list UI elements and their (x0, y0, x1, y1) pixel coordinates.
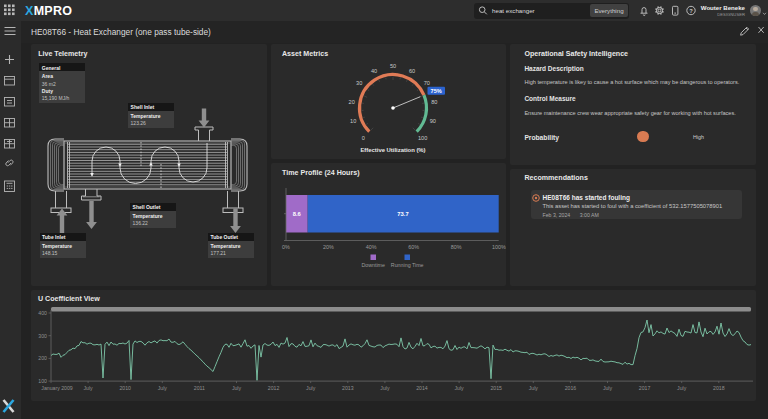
svg-text:July: July (83, 385, 93, 391)
svg-text:300: 300 (38, 333, 47, 339)
svg-text:70: 70 (424, 80, 430, 86)
svg-text:July: July (603, 385, 613, 391)
svg-text:80: 80 (431, 99, 437, 105)
svg-text:July: July (529, 385, 539, 391)
svg-text:2015: 2015 (490, 385, 502, 391)
svg-text:10: 10 (350, 118, 356, 124)
svg-text:20%: 20% (323, 244, 334, 250)
svg-text:July: July (158, 385, 168, 391)
svg-text:60: 60 (409, 68, 415, 74)
svg-text:50: 50 (390, 63, 396, 69)
svg-text:Effective Utilization (%): Effective Utilization (%) (360, 147, 425, 153)
svg-text:2016: 2016 (565, 385, 577, 391)
svg-text:400: 400 (38, 310, 47, 316)
svg-text:8.6: 8.6 (293, 211, 302, 217)
svg-text:20: 20 (349, 99, 355, 105)
svg-text:30: 30 (356, 80, 362, 86)
svg-text:July: July (454, 385, 464, 391)
svg-text:100%: 100% (492, 244, 506, 250)
svg-text:60%: 60% (408, 244, 419, 250)
svg-text:90: 90 (430, 118, 436, 124)
svg-text:0: 0 (362, 135, 365, 141)
svg-text:July: July (677, 385, 687, 391)
svg-text:73.7: 73.7 (397, 211, 408, 217)
svg-text:100: 100 (418, 135, 427, 141)
svg-text:2010: 2010 (119, 385, 131, 391)
svg-text:2014: 2014 (416, 385, 428, 391)
svg-text:Running Time: Running Time (391, 262, 424, 268)
svg-text:July: July (306, 385, 316, 391)
svg-text:Downtime: Downtime (361, 262, 385, 268)
svg-text:40: 40 (371, 68, 377, 74)
svg-text:2012: 2012 (268, 385, 280, 391)
svg-text:40%: 40% (366, 244, 377, 250)
svg-text:2017: 2017 (639, 385, 651, 391)
svg-text:July: July (380, 385, 390, 391)
svg-text:2018: 2018 (713, 385, 725, 391)
svg-text:200: 200 (38, 355, 47, 361)
svg-text:?: ? (689, 8, 693, 14)
svg-text:0%: 0% (282, 244, 290, 250)
svg-text:2011: 2011 (194, 385, 205, 391)
svg-text:100: 100 (38, 378, 47, 384)
svg-text:75%: 75% (431, 88, 442, 94)
svg-text:January 2009: January 2009 (41, 385, 73, 391)
svg-text:2013: 2013 (342, 385, 354, 391)
svg-text:80%: 80% (451, 244, 462, 250)
svg-text:July: July (232, 385, 242, 391)
